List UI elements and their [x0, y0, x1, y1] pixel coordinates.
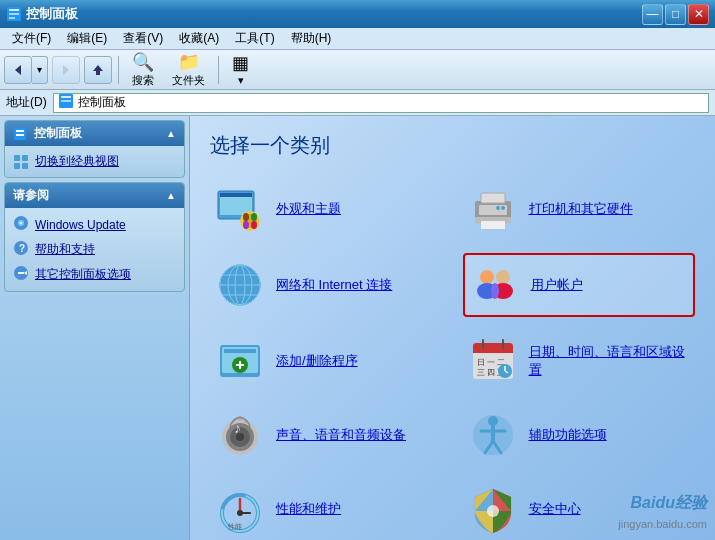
close-button[interactable]: ✕: [688, 4, 709, 25]
watermark-brand: Baidu经验: [631, 494, 707, 511]
svg-rect-15: [22, 155, 28, 161]
svg-rect-14: [14, 155, 20, 161]
menu-edit[interactable]: 编辑(E): [59, 28, 115, 49]
category-datetime[interactable]: 日 一 二 三 四 五 日期、时间、语言和区域设置: [463, 331, 696, 391]
category-appearance[interactable]: 外观和主题: [210, 179, 443, 239]
minimize-button[interactable]: —: [642, 4, 663, 25]
svg-rect-9: [61, 96, 71, 98]
category-accessibility[interactable]: 辅助功能选项: [463, 405, 696, 465]
back-button-group[interactable]: ▾: [4, 56, 48, 84]
category-user-accounts[interactable]: 用户帐户: [463, 253, 696, 317]
svg-rect-28: [220, 193, 252, 197]
sidebar-section-header-sa[interactable]: 请参阅 ▲: [5, 183, 184, 208]
window-title: 控制面板: [26, 5, 642, 23]
up-button[interactable]: [84, 56, 112, 84]
views-button[interactable]: ▦ ▾: [225, 53, 256, 87]
svg-point-51: [496, 270, 510, 284]
category-network[interactable]: 网络和 Internet 连接: [210, 253, 443, 317]
windows-update-icon: [13, 215, 29, 234]
help-label: 帮助和支持: [35, 241, 95, 258]
svg-point-49: [480, 270, 494, 284]
network-icon: [214, 259, 266, 311]
svg-rect-39: [481, 221, 505, 229]
accessibility-icon: [467, 409, 519, 461]
toolbar: ▾ 🔍 搜索 📁 文件夹 ▦ ▾: [0, 50, 715, 90]
svg-marker-4: [15, 65, 21, 75]
svg-rect-2: [9, 13, 19, 15]
security-label: 安全中心: [529, 500, 581, 518]
appearance-label: 外观和主题: [276, 200, 341, 218]
content-title: 选择一个类别: [210, 132, 695, 159]
main-area: 控制面板 ▲ 切换到经典视图: [0, 116, 715, 540]
svg-rect-56: [224, 349, 256, 353]
other-options-label: 其它控制面板选项: [35, 266, 131, 283]
performance-label: 性能和维护: [276, 500, 341, 518]
svg-point-32: [251, 213, 257, 221]
category-performance[interactable]: 性能 性能和维护: [210, 479, 443, 539]
sidebar-item-help[interactable]: ? 帮助和支持: [11, 237, 178, 262]
sidebar-section-see-also: 请参阅 ▲ Windows Update: [4, 182, 185, 292]
svg-rect-7: [96, 71, 100, 75]
maximize-button[interactable]: □: [665, 4, 686, 25]
user-accounts-label: 用户帐户: [531, 276, 583, 294]
help-icon: ?: [13, 240, 29, 259]
svg-point-41: [496, 206, 500, 210]
svg-rect-17: [22, 163, 28, 169]
sidebar-section-control-panel: 控制面板 ▲ 切换到经典视图: [4, 120, 185, 178]
sounds-icon: ♪: [214, 409, 266, 461]
sidebar-section-title-sa: 请参阅: [13, 187, 49, 204]
svg-point-81: [237, 510, 243, 516]
svg-point-31: [243, 213, 249, 221]
svg-point-53: [491, 283, 499, 299]
svg-text:性能: 性能: [227, 523, 242, 530]
content-area: 选择一个类别 外观和主题: [190, 116, 715, 540]
menu-help[interactable]: 帮助(H): [283, 28, 340, 49]
back-button[interactable]: [4, 56, 32, 84]
other-options-icon: [13, 265, 29, 284]
categories-grid: 外观和主题 打印机和其它硬件: [210, 179, 695, 539]
folders-button[interactable]: 📁 文件夹: [165, 53, 212, 87]
network-label: 网络和 Internet 连接: [276, 276, 392, 294]
appearance-icon: [214, 183, 266, 235]
svg-rect-59: [239, 361, 241, 369]
classic-view-label: 切换到经典视图: [35, 153, 119, 170]
search-button[interactable]: 🔍 搜索: [125, 53, 161, 87]
address-label: 地址(D): [6, 94, 47, 111]
add-remove-label: 添加/删除程序: [276, 352, 358, 370]
svg-point-34: [251, 221, 257, 229]
title-bar: 控制面板 — □ ✕: [0, 0, 715, 28]
svg-text:?: ?: [19, 243, 25, 254]
sidebar-item-windows-update[interactable]: Windows Update: [11, 212, 178, 237]
security-icon: [467, 483, 519, 535]
svg-point-20: [20, 222, 22, 224]
category-add-remove[interactable]: 添加/删除程序: [210, 331, 443, 391]
sidebar-item-classic-view[interactable]: 切换到经典视图: [11, 150, 178, 173]
svg-rect-38: [481, 193, 505, 203]
sidebar-section-title-cp: 控制面板: [13, 125, 82, 142]
svg-point-33: [243, 221, 249, 229]
window-icon: [6, 6, 22, 22]
accessibility-label: 辅助功能选项: [529, 426, 607, 444]
svg-rect-12: [16, 130, 24, 132]
menu-favorites[interactable]: 收藏(A): [171, 28, 227, 49]
menu-bar: 文件(F) 编辑(E) 查看(V) 收藏(A) 工具(T) 帮助(H): [0, 28, 715, 50]
sidebar-item-other-options[interactable]: 其它控制面板选项: [11, 262, 178, 287]
menu-file[interactable]: 文件(F): [4, 28, 59, 49]
forward-button[interactable]: [52, 56, 80, 84]
svg-rect-16: [14, 163, 20, 169]
menu-tools[interactable]: 工具(T): [227, 28, 282, 49]
address-value: 控制面板: [78, 94, 126, 111]
datetime-icon: 日 一 二 三 四 五: [467, 335, 519, 387]
svg-marker-6: [93, 65, 103, 71]
window-controls[interactable]: — □ ✕: [642, 4, 709, 25]
address-field[interactable]: 控制面板: [53, 93, 709, 113]
back-dropdown-button[interactable]: ▾: [32, 56, 48, 84]
category-sounds[interactable]: ♪ 声音、语音和音频设备: [210, 405, 443, 465]
watermark: Baidu经验 jingyan.baidu.com: [618, 493, 707, 532]
watermark-url: jingyan.baidu.com: [618, 518, 707, 530]
svg-rect-24: [18, 272, 24, 274]
sidebar-section-header-cp[interactable]: 控制面板 ▲: [5, 121, 184, 146]
printers-icon: [467, 183, 519, 235]
menu-view[interactable]: 查看(V): [115, 28, 171, 49]
category-printers[interactable]: 打印机和其它硬件: [463, 179, 696, 239]
